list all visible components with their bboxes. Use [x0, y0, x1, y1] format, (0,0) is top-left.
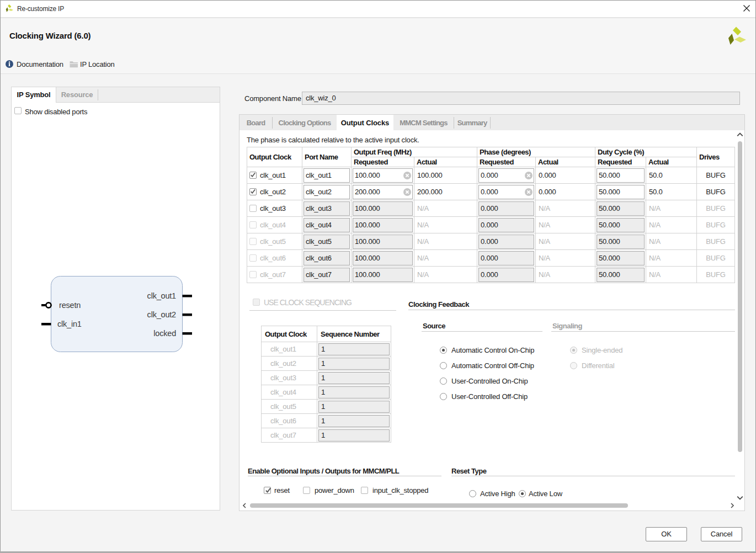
svg-text:resetn: resetn — [59, 301, 81, 310]
svg-text:clk_in1: clk_in1 — [57, 320, 82, 328]
svg-text:clk_out2: clk_out2 — [147, 310, 177, 319]
svg-text:clk_out1: clk_out1 — [147, 291, 177, 300]
svg-text:locked: locked — [153, 329, 176, 338]
